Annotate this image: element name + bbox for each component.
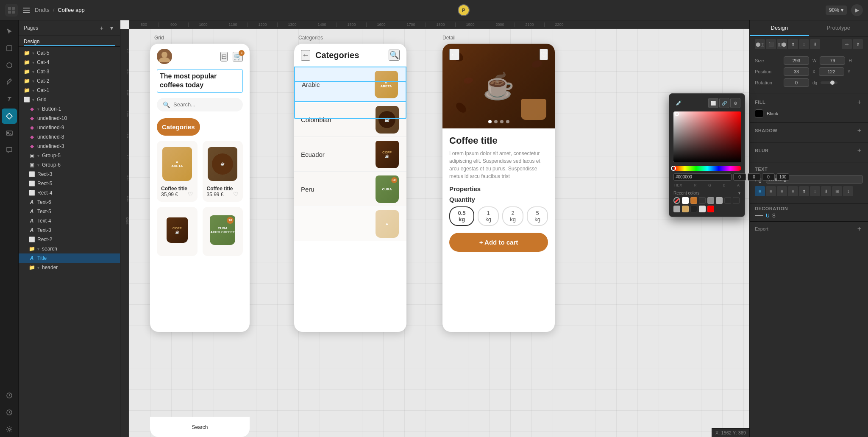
size-w-input[interactable] (784, 56, 809, 65)
layer-undefined3[interactable]: ◆ undefined-3 (19, 142, 120, 151)
rail-component-tool[interactable] (2, 109, 17, 124)
layer-undefined10[interactable]: ◆ undefined-10 (19, 114, 120, 123)
swatch-darkgray[interactable] (699, 197, 706, 204)
image-fill-btn[interactable]: ⚙ (730, 98, 740, 108)
layer-header[interactable]: 📁 ▾ header (19, 263, 120, 272)
text-align-justify[interactable]: ≡ (788, 186, 798, 196)
heart-button-1[interactable]: ♡ (188, 191, 193, 198)
text-overflow[interactable]: ⊞ (832, 186, 842, 196)
distribute-h-btn[interactable]: ⇔ (842, 39, 852, 49)
eyedropper-tool[interactable]: 💉 (673, 98, 684, 108)
align-bottom-btn[interactable]: ⬇ (810, 39, 820, 49)
layer-cat1[interactable]: 📁 ▾ Cat-1 (19, 86, 120, 95)
transparent-swatch[interactable] (673, 197, 680, 204)
rail-plugins[interactable] (2, 388, 17, 403)
solid-color-btn[interactable]: ⬜ (708, 98, 718, 108)
align-right-btn[interactable]: ◫⬤ (777, 39, 787, 49)
strikethrough-control[interactable]: S (772, 213, 776, 219)
prototype-tab-panel[interactable]: Prototype (809, 20, 868, 36)
text-align-right[interactable]: ≡ (777, 186, 787, 196)
rail-select-tool[interactable] (2, 24, 17, 39)
rail-comment-tool[interactable] (2, 142, 17, 158)
qty-5kg[interactable]: 5 kg (527, 206, 548, 226)
layer-rect2[interactable]: ⬜ Rect-2 (19, 235, 120, 244)
g-input[interactable] (748, 173, 760, 181)
cat-item-arabic[interactable]: Arabic AARETA (294, 67, 406, 102)
rail-image-tool[interactable] (2, 125, 17, 141)
rail-settings[interactable] (2, 422, 17, 437)
align-top-btn[interactable]: ⬆ (788, 39, 798, 49)
categories-button[interactable]: Categories (157, 118, 200, 136)
swatch-silver[interactable] (699, 206, 706, 212)
layer-title[interactable]: A Title (19, 253, 120, 263)
cat-item-peru[interactable]: Peru 10 CURA (294, 172, 406, 206)
rotation-slider[interactable] (821, 81, 837, 84)
layer-cat2[interactable]: 📁 ▾ Cat-2 (19, 76, 120, 86)
layer-rect3[interactable]: ⬜ Rect-3 (19, 170, 120, 179)
rail-frame-tool[interactable] (2, 41, 17, 56)
menu-icon[interactable] (21, 6, 31, 14)
white-swatch[interactable] (682, 197, 689, 204)
rail-history[interactable] (2, 405, 17, 420)
design-tab[interactable]: Design (24, 38, 115, 46)
size-h-input[interactable] (820, 56, 845, 65)
layer-text4[interactable]: A Text-4 (19, 216, 120, 225)
gradient-btn[interactable]: 🔗 (719, 98, 729, 108)
add-export-button[interactable]: + (856, 225, 863, 233)
color-gradient-picker[interactable] (673, 111, 741, 162)
r-input[interactable] (733, 173, 746, 181)
layer-rect4[interactable]: ⬜ Rect-4 (19, 188, 120, 198)
categories-back-button[interactable]: ← (301, 50, 310, 61)
a-input[interactable] (776, 173, 789, 181)
add-to-cart-button[interactable]: + Add to cart (449, 233, 548, 252)
filter-icon[interactable]: ⊟ (220, 52, 228, 61)
layer-group6[interactable]: ▣ ▾ Group-6 (19, 160, 120, 170)
swatch-orange[interactable] (690, 197, 697, 204)
text-wrap[interactable]: ⤵ (843, 186, 853, 196)
categories-search-button[interactable]: 🔍 (389, 50, 400, 61)
canvas[interactable]: 800 900 1000 1100 1200 1300 1400 1500 16… (120, 20, 749, 437)
canvas-area[interactable]: Grid Categories Detail ⊟ 🛒 5 (129, 29, 749, 437)
swatch-gray[interactable] (707, 197, 714, 204)
layer-undefined9[interactable]: ◆ undefined-9 (19, 123, 120, 132)
hue-cursor[interactable] (671, 166, 676, 171)
swatch-gray2[interactable] (673, 206, 680, 212)
pos-x-input[interactable] (784, 67, 809, 76)
layer-rect5[interactable]: ⬜ Rect-5 (19, 179, 120, 188)
add-page-button[interactable]: + (98, 24, 105, 32)
b-input[interactable] (762, 173, 775, 181)
detail-heart-button[interactable]: ♡ (540, 49, 548, 60)
zoom-control[interactable]: 90% ▾ (826, 6, 847, 15)
cat-item-extra[interactable]: A (294, 207, 406, 241)
grid-phone-title-selected[interactable]: The most popular coffees today (157, 69, 243, 93)
layer-group5[interactable]: ▣ ▾ Group-5 (19, 151, 120, 160)
text-align-center[interactable]: ≡ (766, 186, 776, 196)
rail-shape-tool[interactable] (2, 58, 17, 73)
design-tab-panel[interactable]: Design (750, 20, 809, 36)
user-avatar[interactable]: P (458, 4, 470, 16)
swatch-red[interactable] (707, 206, 714, 212)
heart-button-2[interactable]: ♡ (233, 191, 239, 198)
layer-cat4[interactable]: 📁 ▾ Cat-4 (19, 58, 120, 67)
add-shadow-button[interactable]: + (856, 127, 863, 134)
pages-menu-button[interactable]: ▾ (108, 24, 115, 32)
search-input[interactable] (173, 101, 245, 108)
text-align-left[interactable]: ≡ (755, 186, 765, 196)
qty-0.5kg[interactable]: 0.5 kg (449, 206, 474, 226)
qty-1kg[interactable]: 1 kg (478, 206, 499, 226)
play-button[interactable]: ▶ (851, 4, 863, 16)
swatch-lightgray[interactable] (716, 197, 723, 204)
cat-item-colombian[interactable]: Colombian ☕ (294, 103, 406, 137)
breadcrumb-drafts[interactable]: Drafts (35, 7, 50, 13)
distribute-v-btn[interactable]: ⇕ (853, 39, 863, 49)
layer-cat5[interactable]: 📁 ▾ Cat-5 (19, 48, 120, 58)
fill-color-swatch[interactable] (755, 109, 763, 118)
layer-button1[interactable]: ◆ ▾ Button-1 (19, 104, 120, 114)
detail-back-button[interactable]: ← (449, 49, 459, 60)
add-fill-button[interactable]: + (856, 98, 863, 106)
layer-search[interactable]: 📁 ▾ search (19, 244, 120, 253)
layer-text6[interactable]: A Text-6 (19, 198, 120, 207)
add-blur-button[interactable]: + (856, 147, 863, 154)
text-valign-middle[interactable]: ↕ (810, 186, 820, 196)
layer-cat3[interactable]: 📁 ▾ Cat-3 (19, 67, 120, 76)
